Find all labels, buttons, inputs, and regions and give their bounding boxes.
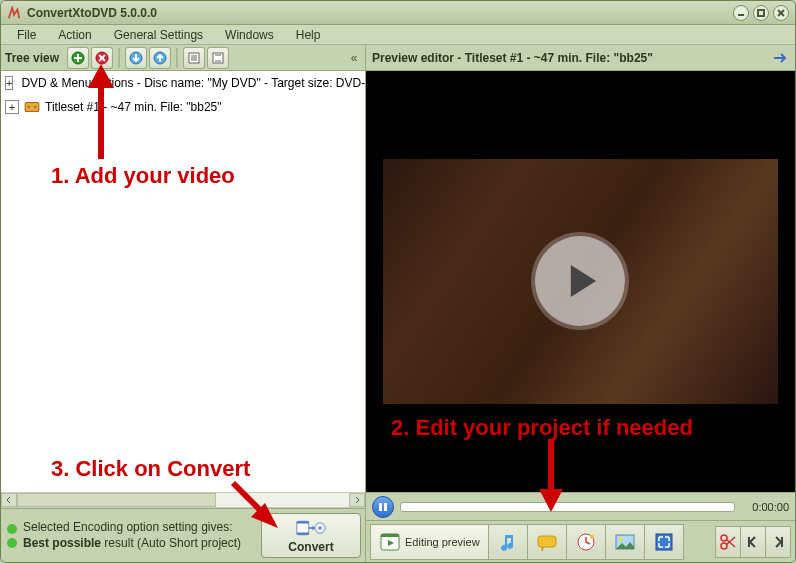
main-split: Tree view «	[1, 45, 795, 562]
clock-icon	[575, 531, 597, 553]
menu-action[interactable]: Action	[48, 26, 101, 44]
tab-editing-preview[interactable]: Editing preview	[370, 524, 489, 560]
encoding-status: Selected Encoding option setting gives: …	[1, 509, 257, 562]
cut-buttons	[716, 526, 791, 558]
svg-point-36	[590, 535, 594, 539]
preview-icon	[379, 531, 401, 553]
add-button[interactable]	[67, 47, 89, 69]
svg-point-23	[34, 106, 36, 108]
left-pane: Tree view «	[1, 45, 366, 562]
arrow-down-icon	[129, 51, 143, 65]
plus-icon	[71, 51, 85, 65]
svg-rect-21	[25, 103, 39, 112]
svg-rect-39	[656, 534, 672, 550]
svg-rect-25	[297, 521, 309, 523]
minimize-button[interactable]	[733, 5, 749, 21]
mark-in-button[interactable]	[740, 526, 766, 558]
mark-in-icon	[747, 535, 759, 549]
cut-button[interactable]	[715, 526, 741, 558]
tree-node-label: DVD & Menu options - Disc name: "My DVD"…	[21, 76, 365, 90]
play-button[interactable]	[535, 236, 625, 326]
menu-file[interactable]: File	[7, 26, 46, 44]
scroll-left-button[interactable]	[1, 493, 17, 507]
time-display: 0:00:00	[741, 501, 789, 513]
scissors-icon	[719, 533, 737, 551]
svg-point-28	[319, 526, 322, 529]
tree-view-label: Tree view	[5, 51, 59, 65]
view-list-button[interactable]	[183, 47, 205, 69]
svg-rect-26	[297, 532, 309, 534]
move-down-button[interactable]	[125, 47, 147, 69]
menu-windows[interactable]: Windows	[215, 26, 284, 44]
right-pane: Preview editor - Titleset #1 - ~47 min. …	[366, 45, 795, 562]
tree-view[interactable]: + DVD & Menu options - Disc name: "My DV…	[1, 71, 365, 492]
svg-rect-30	[384, 503, 387, 511]
convert-label: Convert	[288, 540, 333, 554]
tree-row-dvd-options[interactable]: + DVD & Menu options - Disc name: "My DV…	[1, 71, 365, 95]
collapse-left-button[interactable]: «	[347, 51, 361, 65]
play-icon	[557, 258, 603, 304]
titlebar: ConvertXtoDVD 5.0.0.0	[1, 1, 795, 25]
window-buttons	[733, 5, 789, 21]
mark-out-button[interactable]	[765, 526, 791, 558]
subtitle-icon	[536, 531, 558, 553]
next-title-button[interactable]	[771, 49, 789, 67]
svg-point-22	[28, 106, 30, 108]
preview-title-text: Preview editor - Titleset #1 - ~47 min. …	[372, 51, 771, 65]
menu-help[interactable]: Help	[286, 26, 331, 44]
seek-bar[interactable]	[400, 502, 735, 512]
expand-toggle[interactable]: +	[5, 76, 13, 90]
tab-image[interactable]	[605, 524, 645, 560]
maximize-button[interactable]	[753, 5, 769, 21]
tab-subtitles[interactable]	[527, 524, 567, 560]
tab-audio[interactable]	[488, 524, 528, 560]
status-lights	[7, 524, 17, 548]
tab-label: Editing preview	[405, 536, 480, 548]
list-icon	[187, 51, 201, 65]
scroll-thumb[interactable]	[17, 493, 216, 507]
detail-icon	[211, 51, 225, 65]
video-frame[interactable]	[383, 159, 778, 403]
expand-icon	[653, 531, 675, 553]
svg-rect-1	[758, 10, 764, 16]
separator	[118, 48, 120, 68]
menubar: File Action General Settings Windows Hel…	[1, 25, 795, 45]
close-button[interactable]	[773, 5, 789, 21]
scroll-track[interactable]	[17, 493, 349, 507]
preview-titlebar: Preview editor - Titleset #1 - ~47 min. …	[366, 45, 795, 71]
move-up-button[interactable]	[149, 47, 171, 69]
scroll-right-button[interactable]	[349, 493, 365, 507]
status-light-green	[7, 538, 17, 548]
svg-point-40	[721, 535, 727, 541]
editor-tabs: Editing preview	[366, 520, 795, 562]
view-detail-button[interactable]	[207, 47, 229, 69]
app-icon	[7, 6, 21, 20]
remove-button[interactable]	[91, 47, 113, 69]
mark-out-icon	[772, 535, 784, 549]
film-icon	[23, 99, 41, 115]
convert-icon	[296, 518, 326, 538]
expand-toggle[interactable]: +	[5, 100, 19, 114]
tree-toolbar: Tree view «	[1, 45, 365, 71]
tab-output[interactable]	[644, 524, 684, 560]
image-icon	[614, 531, 636, 553]
svg-rect-34	[538, 536, 556, 547]
tree-h-scrollbar[interactable]	[1, 492, 365, 508]
pause-icon	[378, 502, 388, 512]
playback-bar: 0:00:00	[366, 492, 795, 520]
svg-rect-29	[379, 503, 382, 511]
menu-general-settings[interactable]: General Settings	[104, 26, 213, 44]
left-footer: Selected Encoding option setting gives: …	[1, 508, 365, 562]
svg-point-38	[619, 537, 623, 541]
convert-button[interactable]: Convert	[261, 513, 361, 558]
music-icon	[497, 531, 519, 553]
tab-chapters[interactable]	[566, 524, 606, 560]
preview-area	[366, 71, 795, 492]
pause-button[interactable]	[372, 496, 394, 518]
svg-rect-32	[381, 534, 399, 537]
tree-row-titleset[interactable]: + Titleset #1 - ~47 min. File: "bb25"	[1, 95, 365, 119]
svg-point-41	[721, 543, 727, 549]
separator	[176, 48, 178, 68]
tree-node-label: Titleset #1 - ~47 min. File: "bb25"	[45, 100, 222, 114]
arrow-up-icon	[153, 51, 167, 65]
